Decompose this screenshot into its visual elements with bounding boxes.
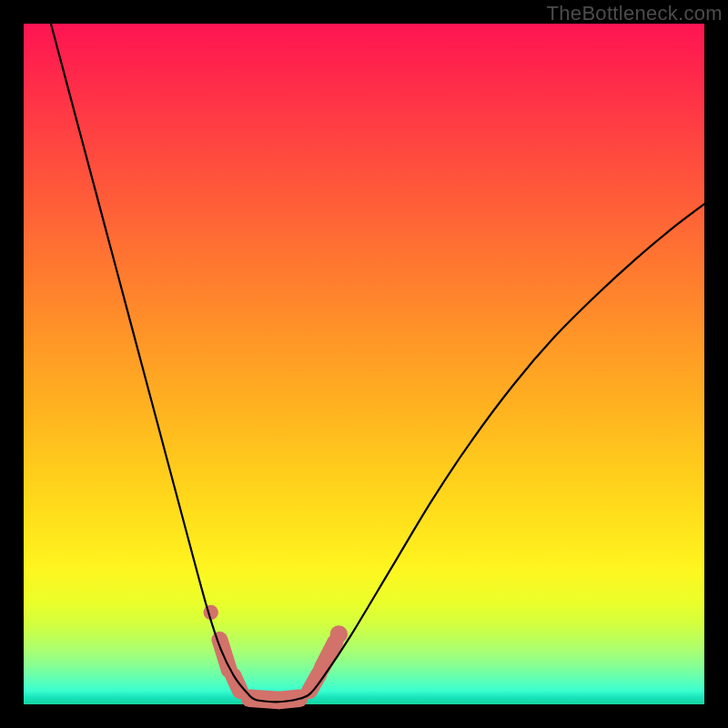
chart-svg <box>24 24 704 704</box>
markers-layer <box>203 605 348 701</box>
marker-segment <box>322 642 336 668</box>
plot-area <box>24 24 704 704</box>
marker-point <box>330 625 348 642</box>
chart-frame: TheBottleneck.com <box>0 0 728 728</box>
watermark-text: TheBottleneck.com <box>547 2 723 25</box>
bottleneck-curve <box>51 24 704 702</box>
